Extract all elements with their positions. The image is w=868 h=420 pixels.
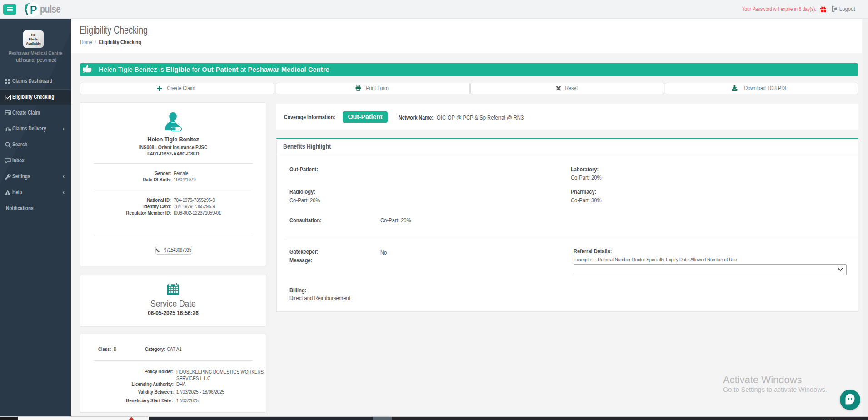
- svg-text:P: P: [30, 4, 37, 16]
